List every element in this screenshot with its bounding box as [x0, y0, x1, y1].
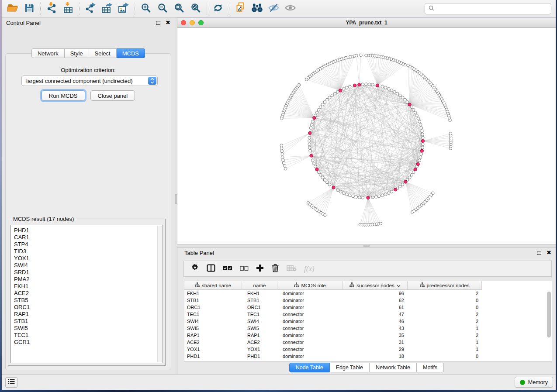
graph-node[interactable] [310, 123, 313, 126]
graph-node[interactable] [317, 171, 320, 174]
graph-hub-node[interactable] [313, 117, 316, 120]
search-box[interactable] [425, 3, 551, 14]
export-table-button[interactable] [99, 2, 115, 16]
graph-hub-node[interactable] [315, 168, 318, 171]
graph-node[interactable] [381, 85, 384, 88]
tab-network-table[interactable]: Network Table [370, 363, 417, 372]
graph-node[interactable] [352, 195, 355, 198]
optimization-criterion-select[interactable]: largest connected component (undirected) [21, 76, 158, 86]
graph-node[interactable] [384, 86, 387, 89]
graph-hub-node[interactable] [332, 186, 335, 189]
graph-node[interactable] [282, 162, 285, 165]
graph-node[interactable] [420, 153, 423, 156]
graph-node[interactable] [390, 190, 393, 193]
graph-node[interactable] [415, 114, 419, 117]
graph-node[interactable] [309, 127, 312, 130]
graph-node[interactable] [401, 183, 404, 186]
graph-node[interactable] [407, 64, 410, 67]
graph-node[interactable] [319, 173, 322, 176]
zoom-selected-button[interactable] [187, 2, 204, 16]
graph-hub-node[interactable] [353, 84, 356, 87]
graph-node[interactable] [280, 150, 284, 153]
graph-node[interactable] [317, 108, 320, 111]
tab-motifs[interactable]: Motifs [417, 363, 444, 372]
graph-hub-node[interactable] [414, 168, 417, 171]
graph-node[interactable] [309, 149, 312, 152]
graph-node[interactable] [308, 143, 311, 146]
graph-node[interactable] [418, 159, 421, 162]
graph-node[interactable] [412, 171, 415, 174]
graph-node[interactable] [384, 193, 387, 196]
tab-network[interactable]: Network [31, 48, 65, 58]
graph-node[interactable] [406, 101, 409, 104]
graph-node[interactable] [280, 147, 283, 150]
graph-node[interactable] [412, 108, 415, 111]
mcds-result-item[interactable]: ACE2 [14, 290, 163, 297]
refresh-layout-button[interactable] [210, 2, 226, 16]
graph-node[interactable] [410, 173, 413, 176]
search-input[interactable] [436, 4, 551, 13]
graph-hub-node[interactable] [310, 154, 313, 157]
open-folder-button[interactable] [4, 2, 21, 16]
graph-hub-node[interactable] [404, 180, 407, 183]
graph-node[interactable] [311, 120, 315, 123]
graph-node[interactable] [371, 196, 374, 199]
add-column-button[interactable] [256, 264, 264, 274]
graph-node[interactable] [280, 117, 284, 120]
column-header-MCDS-role[interactable]: MCDS role [277, 281, 343, 290]
zoom-in-button[interactable] [138, 2, 154, 16]
table-row[interactable]: SWI4SWI4dominator462 [184, 318, 552, 325]
export-network-button[interactable] [82, 2, 99, 16]
graph-node[interactable] [308, 146, 311, 149]
mcds-result-item[interactable]: GCR1 [14, 339, 163, 346]
table-row[interactable]: YOX1YOX1connector291 [184, 346, 552, 353]
run-mcds-button[interactable]: Run MCDS [42, 90, 85, 101]
graph-node[interactable] [333, 92, 336, 95]
mcds-result-item[interactable]: FKH1 [14, 283, 163, 290]
graph-node[interactable] [387, 87, 390, 90]
mcds-result-item[interactable]: RAP1 [14, 311, 163, 318]
graph-node[interactable] [321, 176, 324, 179]
graph-node[interactable] [379, 222, 382, 225]
mcds-result-item[interactable]: SRD1 [14, 269, 163, 276]
close-table-panel-icon[interactable]: ✖ [547, 251, 551, 255]
vertical-splitter-handle[interactable] [175, 194, 177, 204]
mcds-result-item[interactable]: YOX1 [14, 255, 163, 262]
mcds-result-item[interactable]: STB1 [14, 318, 163, 325]
graph-node[interactable] [358, 196, 361, 199]
zoom-fit-button[interactable] [171, 2, 187, 16]
table-row[interactable]: PHD1PHD1dominator180 [184, 353, 552, 360]
graph-node[interactable] [283, 165, 286, 168]
tab-style[interactable]: Style [65, 48, 89, 58]
graph-node[interactable] [422, 143, 425, 146]
graph-node[interactable] [312, 162, 315, 165]
graph-hub-node[interactable] [367, 196, 370, 199]
mcds-result-item[interactable]: SWI4 [14, 262, 163, 269]
memory-button[interactable]: Memory [515, 377, 553, 388]
graph-node[interactable] [361, 83, 364, 86]
graph-node[interactable] [324, 213, 327, 217]
graph-node[interactable] [281, 153, 284, 156]
float-panel-icon[interactable] [156, 21, 160, 25]
graph-node[interactable] [449, 132, 452, 135]
graph-node[interactable] [398, 185, 401, 188]
graph-node[interactable] [371, 83, 374, 86]
mcds-result-item[interactable]: STB5 [14, 297, 163, 304]
column-header-shared-name[interactable]: shared name [184, 281, 242, 290]
graph-node[interactable] [374, 196, 377, 199]
export-image-button[interactable] [115, 2, 132, 16]
graph-hub-node[interactable] [416, 162, 419, 165]
graph-node[interactable] [282, 159, 285, 162]
mcds-result-item[interactable]: SWI5 [14, 325, 163, 332]
select-all-columns-button[interactable] [223, 265, 232, 273]
graph-node[interactable] [342, 87, 345, 90]
graph-node[interactable] [305, 78, 308, 81]
graph-node[interactable] [314, 165, 317, 168]
graph-node[interactable] [355, 196, 358, 199]
show-all-button[interactable] [282, 2, 298, 16]
network-canvas[interactable] [177, 28, 556, 244]
graph-node[interactable] [328, 96, 331, 99]
graph-node[interactable] [348, 194, 351, 197]
table-settings-button[interactable] [190, 264, 199, 274]
column-browser-button[interactable] [207, 264, 215, 274]
